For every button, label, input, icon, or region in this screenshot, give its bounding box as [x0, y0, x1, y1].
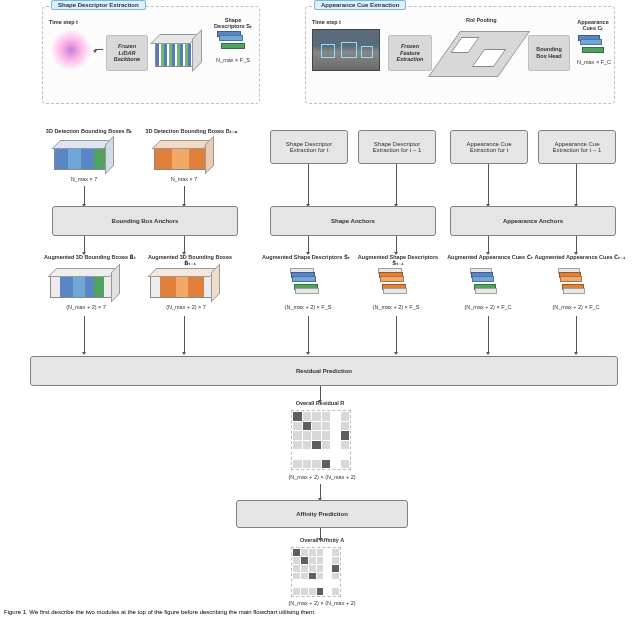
appearance-cue-icon	[578, 35, 606, 53]
affinity-block: Affinity Prediction	[236, 500, 408, 528]
aug-bb-tm1-cube-icon	[150, 268, 222, 302]
roi-pooling-icon	[428, 31, 530, 77]
feature-volume-icon	[155, 35, 201, 75]
aug-appear-t-icon	[470, 268, 502, 298]
frozen-lidar-block: FrozenLiDARBackbone	[106, 35, 148, 71]
aug-bb-t-label: Augmented 3D Bounding Boxes B̃ₜ	[42, 254, 138, 260]
shape-extract-tm1-block: Shape DescriptorExtraction for t − 1	[358, 130, 436, 164]
shape-out-dim: N_max × F_S	[215, 57, 251, 63]
aug-appear-tm1-icon	[558, 268, 590, 298]
bb-t-cube-icon	[54, 140, 116, 174]
bbox-anchors-block: Bounding Box Anchors	[52, 206, 238, 236]
aug-shape-tm1-icon	[378, 268, 410, 298]
figure-caption: Figure 1. We first describe the two modu…	[4, 609, 636, 615]
arrow-icon	[308, 164, 309, 204]
aug-shape-tm1-label: Augmented Shape Descriptors S̃ₜ₋₁	[352, 254, 444, 266]
aug-shape-t-label: Augmented Shape Descriptors S̃ₜ	[260, 254, 352, 260]
arrow-icon	[84, 186, 85, 204]
affinity-grid-icon	[291, 547, 341, 597]
arrow-icon	[396, 164, 397, 204]
arrow-icon	[320, 484, 321, 498]
aug-bb-tm1-dim: (N_max + 2) × 7	[158, 304, 214, 310]
appearance-extraction-panel: Appearance Cue Extraction Time step t Fr…	[305, 6, 615, 104]
arrow-icon	[308, 316, 309, 352]
aug-appear-tm1-dim: (N_max + 2) × F_C	[546, 304, 606, 310]
arrow-icon	[84, 316, 85, 352]
arrow-icon	[576, 164, 577, 204]
aug-bb-tm1-label: Augmented 3D Bounding Boxes B̃ₜ₋₁	[142, 254, 238, 266]
shape-extract-t-block: Shape DescriptorExtraction for t	[270, 130, 348, 164]
appearance-extract-tm1-block: Appearance CueExtraction for t − 1	[538, 130, 616, 164]
arrow-icon	[184, 316, 185, 352]
bb-tm1-cube-icon	[154, 140, 216, 174]
arrow-icon	[488, 236, 489, 252]
aug-bb-t-cube-icon	[50, 268, 122, 302]
residual-dim: (N_max + 2) × (N_max + 2)	[272, 474, 372, 480]
appearance-out-label: Appearance Cues Cₜ	[572, 19, 614, 31]
bb-tm1-label: 3D Detection Bounding Boxes Bₜ₋₁	[143, 128, 239, 134]
bb-t-dim: N_max × 7	[64, 176, 104, 182]
shape-anchors-block: Shape Anchors	[270, 206, 436, 236]
lidar-icon	[50, 29, 92, 71]
appearance-anchors-block: Appearance Anchors	[450, 206, 616, 236]
residual-grid-icon	[291, 410, 351, 470]
shape-descriptor-icon	[217, 31, 247, 51]
arrow-icon	[84, 236, 85, 252]
residual-block: Residual Prediction	[30, 356, 618, 386]
arrow-icon	[320, 386, 321, 400]
arrow-icon	[576, 316, 577, 352]
shape-extraction-panel: Shape Descriptor Extraction Time step t …	[42, 6, 260, 104]
affinity-dim: (N_max + 2) × (N_max + 2)	[272, 600, 372, 606]
appearance-extract-t-block: Appearance CueExtraction for t	[450, 130, 528, 164]
aug-shape-tm1-dim: (N_max + 2) × F_S	[366, 304, 426, 310]
arrow-icon	[488, 164, 489, 204]
arrow-icon	[184, 236, 185, 252]
arrow-icon	[396, 316, 397, 352]
aug-appear-t-dim: (N_max + 2) × F_C	[458, 304, 518, 310]
bb-tm1-dim: N_max × 7	[164, 176, 204, 182]
affinity-label: Overall Affinity A	[282, 537, 362, 543]
arrow-icon	[95, 49, 103, 50]
time-step-label: Time step t	[49, 19, 78, 25]
shape-out-label: Shape Descriptors Sₜ	[209, 17, 257, 29]
aug-appear-t-label: Augmented Appearance Cues C̃ₜ	[444, 254, 536, 260]
aug-shape-t-icon	[290, 268, 322, 298]
bb-t-label: 3D Detection Bounding Boxes Bₜ	[44, 128, 134, 134]
diagram-root: Shape Descriptor Extraction Time step t …	[0, 0, 640, 619]
arrow-icon	[184, 186, 185, 204]
bbox-head-block: BoundingBox Head	[528, 35, 570, 71]
camera-scene-icon	[312, 29, 380, 71]
aug-appear-tm1-label: Augmented Appearance Cues C̃ₜ₋₁	[534, 254, 626, 260]
frozen-feature-block: FrozenFeatureExtraction	[388, 35, 432, 71]
aug-shape-t-dim: (N_max + 2) × F_S	[278, 304, 338, 310]
shape-panel-title: Shape Descriptor Extraction	[51, 0, 146, 10]
aug-bb-t-dim: (N_max + 2) × 7	[58, 304, 114, 310]
appearance-panel-title: Appearance Cue Extraction	[314, 0, 406, 10]
arrow-icon	[488, 316, 489, 352]
roi-pooling-label: RoI Pooling	[466, 17, 497, 23]
appearance-out-dim: N_max × F_C	[576, 59, 612, 65]
time-step-label-2: Time step t	[312, 19, 341, 25]
arrow-icon	[576, 236, 577, 252]
residual-label: Overall Residual R	[280, 400, 360, 406]
arrow-icon	[396, 236, 397, 252]
arrow-icon	[308, 236, 309, 252]
